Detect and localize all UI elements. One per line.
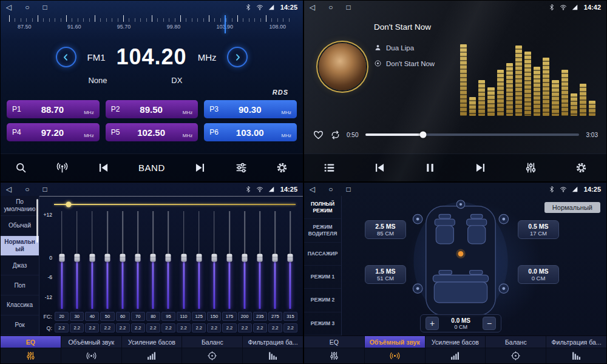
eq-preset-item[interactable]: Поп [1,275,39,295]
eq-band-handle[interactable] [120,254,126,262]
nav-back-button[interactable]: ◁ [6,4,12,11]
eq-band-handle[interactable] [196,254,202,262]
audio-adjust-button[interactable] [235,161,248,174]
eq-band-handle[interactable] [89,254,95,262]
pause-button[interactable] [424,161,436,174]
tune-up-button[interactable] [227,47,248,67]
eq-band-slider[interactable] [161,210,176,310]
eq-band-slider[interactable] [100,210,115,310]
eq-band-handle[interactable] [211,254,217,262]
eq-band-slider[interactable] [146,210,161,310]
preset-button-p1[interactable]: P188.70MHz [7,100,100,118]
tab-filter[interactable]: Фильтрация ба... [546,336,606,363]
nav-home-button[interactable]: ○ [328,4,333,11]
eq-band-handle[interactable] [166,254,171,262]
listening-mode-item[interactable]: РЕЖИМ 1 [304,266,341,289]
eq-band-handle[interactable] [242,254,248,262]
delay-decrease-button[interactable]: − [483,317,496,330]
listening-mode-item[interactable]: РЕЖИМ ВОДИТЕЛЯ [304,219,341,242]
tab-balance[interactable]: Баланс [182,336,243,363]
eq-band-handle[interactable] [74,254,80,262]
tune-down-button[interactable] [56,47,76,67]
tab-eq[interactable]: EQ [304,336,365,363]
previous-track-button[interactable] [373,161,386,174]
tab-bass[interactable]: Усиление басов [122,336,183,363]
eq-band-handle[interactable] [273,254,278,262]
nav-home-button[interactable]: ○ [328,186,333,193]
preset-button-p3[interactable]: P390.30MHz [204,100,297,118]
eq-preset-item[interactable]: Джаз [1,256,39,276]
frequency-scale[interactable]: 87.5091.6095.7099.80103.90108.00 [1,15,303,37]
settings-button[interactable] [575,161,588,174]
nav-back-button[interactable]: ◁ [310,4,315,11]
equalizer-button[interactable] [524,161,537,174]
seek-bar[interactable] [365,133,578,136]
nav-home-button[interactable]: ○ [25,4,29,11]
eq-preset-item[interactable]: Классика [1,295,39,315]
preset-button-p5[interactable]: P5102.50MHz [106,123,198,141]
tab-eq[interactable]: EQ [1,336,61,363]
eq-band-slider[interactable] [191,210,206,310]
nav-recents-button[interactable]: □ [346,186,350,193]
eq-master-handle[interactable] [66,201,71,207]
settings-button[interactable] [276,161,288,174]
eq-band-slider[interactable] [268,210,283,310]
eq-band-handle[interactable] [226,254,232,262]
eq-preset-item[interactable]: Обычай [1,216,39,236]
nav-recents-button[interactable]: □ [42,4,47,11]
tab-filter[interactable]: Фильтрация ба... [243,336,303,363]
preset-button-p6[interactable]: P6103.00MHz [204,123,297,141]
favorite-button[interactable] [313,129,324,141]
delay-increase-button[interactable]: + [426,317,439,330]
eq-band-handle[interactable] [257,254,263,262]
eq-band-handle[interactable] [181,254,186,262]
eq-band-handle[interactable] [288,254,293,262]
eq-band-handle[interactable] [104,254,110,262]
eq-band-slider[interactable] [176,210,191,310]
next-track-button[interactable] [474,161,487,174]
listening-mode-item[interactable]: РЕЖИМ 2 [304,289,341,312]
eq-band-slider[interactable] [131,210,146,310]
preset-button-p2[interactable]: P289.50MHz [106,100,198,118]
eq-band-handle[interactable] [59,254,64,262]
eq-band-slider[interactable] [115,210,131,310]
eq-band-slider[interactable] [253,210,268,310]
eq-band-handle[interactable] [151,254,156,262]
eq-band-slider[interactable] [54,210,69,310]
delay-front-left-button[interactable]: 2.5 MS 85 CM [365,220,406,239]
eq-band-slider[interactable] [206,210,222,310]
sound-profile-button[interactable]: Нормальный [544,202,600,213]
stations-list-button[interactable] [56,161,69,174]
listening-mode-item[interactable]: ПАССАЖИР [304,243,341,266]
eq-band-slider[interactable] [222,210,237,310]
tab-surround[interactable]: Объёмный звук [61,336,122,363]
eq-band-handle[interactable] [135,254,141,262]
preset-button-p4[interactable]: P497.20MHz [7,123,100,141]
band-button[interactable]: BAND [138,163,165,173]
tab-surround[interactable]: Объёмный звук [365,336,426,363]
nav-recents-button[interactable]: □ [346,4,350,11]
eq-band-slider[interactable] [283,210,298,310]
repeat-button[interactable] [330,129,341,141]
eq-preset-item[interactable]: По умолчанию [1,196,39,216]
eq-band-slider[interactable] [84,210,100,310]
eq-preset-item[interactable]: Рок [1,315,39,335]
seek-bar-knob[interactable] [420,132,427,138]
playlist-button[interactable] [323,161,336,174]
eq-band-slider[interactable] [69,210,84,310]
delay-rear-left-button[interactable]: 1.5 MS 51 CM [365,265,406,284]
nav-recents-button[interactable]: □ [42,186,47,193]
eq-master-slider[interactable] [54,200,296,208]
album-art[interactable] [319,43,366,90]
listening-mode-item[interactable]: ПОЛНЫЙ РЕЖИМ [304,196,341,219]
nav-home-button[interactable]: ○ [25,186,29,193]
previous-station-button[interactable] [97,161,110,174]
nav-back-button[interactable]: ◁ [6,186,12,193]
eq-preset-item[interactable]: Нормальный [1,236,39,256]
listening-mode-item[interactable]: РЕЖИМ 3 [304,312,341,335]
tab-balance[interactable]: Баланс [486,336,546,363]
next-station-button[interactable] [194,161,206,174]
tab-bass[interactable]: Усиление басов [426,336,486,363]
delay-rear-right-button[interactable]: 0.0 MS 0 CM [518,265,559,284]
delay-front-right-button[interactable]: 0.5 MS 17 CM [518,220,559,239]
